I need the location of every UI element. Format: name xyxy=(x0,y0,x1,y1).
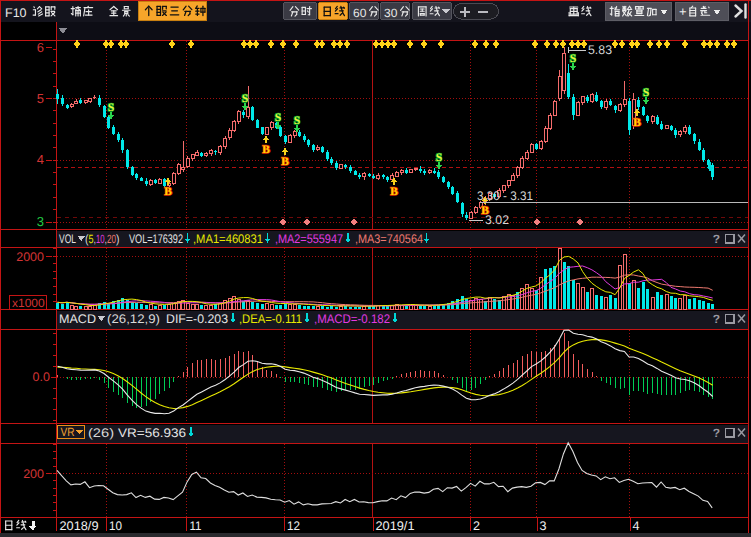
svg-text:2019/1: 2019/1 xyxy=(376,519,415,533)
svg-text:VR=56.936: VR=56.936 xyxy=(118,426,186,440)
svg-text:?: ? xyxy=(713,426,720,440)
svg-text:B: B xyxy=(390,186,398,198)
svg-text:B: B xyxy=(633,117,641,129)
svg-text:12: 12 xyxy=(287,519,300,533)
svg-text:S: S xyxy=(570,53,576,65)
svg-text:2000: 2000 xyxy=(16,250,44,264)
svg-text:(26,12,9): (26,12,9) xyxy=(107,312,160,326)
svg-text:B: B xyxy=(262,144,270,156)
svg-text:S: S xyxy=(436,152,442,164)
svg-text:,MA2=555947: ,MA2=555947 xyxy=(275,232,343,246)
svg-text:200: 200 xyxy=(23,467,44,481)
svg-text:,MACD=-0.182: ,MACD=-0.182 xyxy=(314,312,390,326)
svg-text:,DEA=-0.111: ,DEA=-0.111 xyxy=(239,312,302,326)
svg-text:0.0: 0.0 xyxy=(33,370,50,384)
svg-text:VR: VR xyxy=(61,425,75,439)
svg-text:3: 3 xyxy=(37,214,44,229)
svg-text:): ) xyxy=(116,232,120,246)
svg-text:B: B xyxy=(281,156,289,168)
svg-text:10: 10 xyxy=(96,232,105,246)
svg-text:F10: F10 xyxy=(5,6,27,20)
svg-text:60: 60 xyxy=(353,6,367,20)
svg-text:5: 5 xyxy=(37,91,44,106)
svg-text:6: 6 xyxy=(37,40,44,55)
svg-text:S: S xyxy=(294,115,300,127)
svg-text:3.02: 3.02 xyxy=(485,213,509,227)
svg-text:VOL: VOL xyxy=(59,232,76,246)
svg-text:x1000: x1000 xyxy=(12,296,45,310)
svg-text:?: ? xyxy=(713,232,720,246)
svg-text:10: 10 xyxy=(109,519,122,533)
svg-text:2: 2 xyxy=(473,519,480,533)
svg-text:3: 3 xyxy=(540,519,547,533)
svg-text:,MA3=740564: ,MA3=740564 xyxy=(355,232,423,246)
svg-text:+: + xyxy=(679,4,687,19)
svg-text:2018/9: 2018/9 xyxy=(60,519,99,533)
svg-text:(26): (26) xyxy=(88,426,114,440)
svg-text:4: 4 xyxy=(37,152,44,167)
svg-text:S: S xyxy=(108,102,114,114)
svg-text:5.83: 5.83 xyxy=(588,43,612,57)
svg-text:3.30 - 3.31: 3.30 - 3.31 xyxy=(477,189,533,203)
svg-text:?: ? xyxy=(713,312,720,326)
svg-text:,MA1=460831: ,MA1=460831 xyxy=(193,232,263,246)
svg-text:S: S xyxy=(643,87,649,99)
svg-text:S: S xyxy=(275,112,281,124)
svg-text:30: 30 xyxy=(384,6,398,20)
svg-text:11: 11 xyxy=(190,519,202,533)
svg-text:MACD: MACD xyxy=(59,312,96,326)
svg-text:4: 4 xyxy=(633,519,640,533)
svg-text:VOL=176392: VOL=176392 xyxy=(129,232,183,246)
svg-text:B: B xyxy=(164,186,172,198)
svg-text:DIF=-0.203: DIF=-0.203 xyxy=(166,312,228,326)
svg-text:S: S xyxy=(242,93,248,105)
svg-text:20: 20 xyxy=(107,232,116,246)
